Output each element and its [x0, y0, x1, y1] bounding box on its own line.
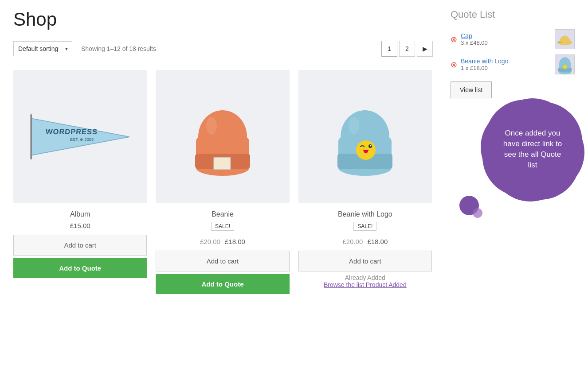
remove-beanie-logo-button[interactable]: ⊗ [451, 60, 457, 70]
product-image-beanie-logo [298, 70, 432, 203]
svg-point-18 [349, 117, 359, 135]
already-added-label: Already Added [298, 274, 432, 281]
quote-item-beanie-logo-qty: 1 x £18.00 [461, 65, 555, 71]
results-text: Showing 1–12 of 18 results [81, 45, 156, 52]
quote-item-beanie-logo-thumb [555, 54, 575, 74]
svg-point-16 [370, 145, 372, 146]
quote-item-cap-details: Cap 3 x £48.00 [461, 32, 555, 46]
product-price-beanie: £20.00 £18.00 [156, 238, 289, 245]
cloud-text: Once added you have direct link to see t… [499, 128, 566, 170]
product-card-beanie: Beanie SALE! £20.00 £18.00 Add to cart A… [156, 70, 289, 297]
page-btn-2[interactable]: 2 [399, 41, 415, 57]
quote-item-beanie-logo-details: Beanie with Logo 1 x £18.00 [461, 58, 555, 71]
add-to-cart-beanie[interactable]: Add to cart [156, 251, 289, 271]
product-price-album: £15.00 [13, 222, 147, 229]
quote-item-cap-thumb [555, 29, 575, 49]
sort-select-wrapper: Default sorting [13, 41, 72, 56]
pagination: 1 2 ▶ [381, 41, 433, 57]
add-to-quote-beanie[interactable]: Add to Quote [156, 274, 289, 294]
view-list-button[interactable]: View list [451, 81, 492, 98]
quote-list-title: Quote List [451, 9, 575, 20]
product-name-album: Album [13, 210, 147, 218]
svg-point-17 [364, 150, 368, 153]
page-title: Shop [13, 9, 433, 30]
svg-marker-0 [31, 118, 129, 155]
cloud-bubble: Once added you have direct link to see t… [490, 107, 575, 191]
svg-rect-8 [214, 157, 231, 170]
remove-cap-button[interactable]: ⊗ [451, 35, 457, 44]
product-image-album: WORDPRESS EST. ⊕ 2003 [13, 70, 147, 203]
products-grid: WORDPRESS EST. ⊕ 2003 Album £15.00 Add t… [13, 70, 433, 297]
svg-text:WORDPRESS: WORDPRESS [45, 127, 98, 136]
quote-item-cap: ⊗ Cap 3 x £48.00 [451, 29, 575, 49]
page-btn-next[interactable]: ▶ [417, 41, 433, 57]
add-to-quote-album[interactable]: Add to Quote [13, 258, 147, 278]
page-btn-1[interactable]: 1 [381, 41, 397, 57]
beanie-logo-illustration [329, 93, 400, 181]
product-name-beanie-logo: Beanie with Logo [298, 210, 432, 218]
sort-select[interactable]: Default sorting [13, 41, 72, 56]
product-card-album: WORDPRESS EST. ⊕ 2003 Album £15.00 Add t… [13, 70, 147, 297]
add-to-cart-beanie-logo[interactable]: Add to cart [298, 251, 432, 271]
album-illustration: WORDPRESS EST. ⊕ 2003 [23, 110, 138, 163]
sale-badge-beanie: SALE! [211, 222, 234, 231]
product-price-beanie-logo: £20.00 £18.00 [298, 238, 432, 245]
beanie-illustration [187, 93, 258, 181]
quote-item-beanie-logo-name[interactable]: Beanie with Logo [461, 58, 555, 65]
product-card-beanie-logo: Beanie with Logo SALE! £20.00 £18.00 Add… [298, 70, 432, 297]
main-content: Shop Default sorting Showing 1–12 of 18 … [13, 9, 442, 297]
product-name-beanie: Beanie [156, 210, 289, 218]
browse-list-link[interactable]: Browse the list Product Added [298, 281, 432, 288]
sale-badge-beanie-logo: SALE! [353, 222, 376, 231]
svg-text:EST. ⊕ 2003: EST. ⊕ 2003 [70, 137, 94, 142]
quote-item-beanie-logo: ⊗ Beanie with Logo 1 x £18.00 [451, 54, 575, 74]
svg-point-9 [206, 117, 217, 135]
quote-item-cap-qty: 3 x £48.00 [461, 39, 555, 46]
shop-controls: Default sorting Showing 1–12 of 18 resul… [13, 41, 433, 57]
quote-item-cap-name[interactable]: Cap [461, 32, 555, 39]
add-to-cart-album[interactable]: Add to cart [13, 235, 147, 256]
deco-circle-small [473, 208, 482, 218]
svg-point-24 [563, 65, 567, 69]
sidebar: Quote List ⊗ Cap 3 x £48.00 ⊗ Beanie wit… [442, 9, 575, 297]
product-image-beanie [156, 70, 289, 203]
